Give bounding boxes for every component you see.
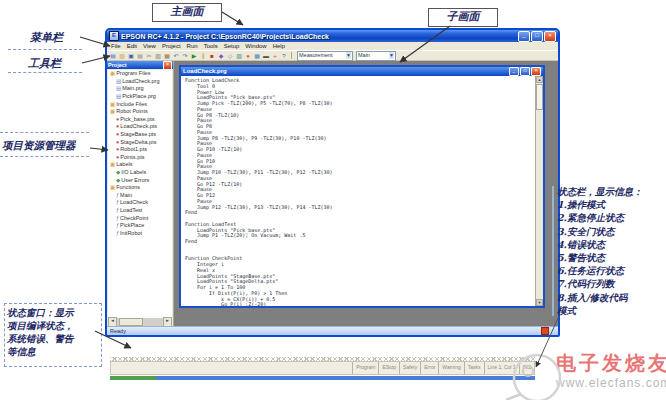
status-strip-cell: Tasks xyxy=(464,362,484,374)
callout-toolbar: 工具栏 xyxy=(28,56,61,71)
scroll-down-icon[interactable]: ▼ xyxy=(536,299,543,306)
paste-icon[interactable]: ▦ xyxy=(163,52,171,60)
scrollbar-thumb[interactable] xyxy=(536,84,543,110)
help-icon[interactable]: ? xyxy=(280,52,288,60)
tree-item[interactable]: ▣Robot Points xyxy=(108,108,172,116)
open-icon[interactable]: ▧ xyxy=(118,52,126,60)
scrollbar-thumb[interactable] xyxy=(119,318,143,326)
command-window-icon[interactable]: ▬ xyxy=(262,52,270,60)
close-button[interactable]: × xyxy=(544,31,556,42)
menu-run[interactable]: Run xyxy=(187,42,198,50)
measurement-combo[interactable]: Measurement ▼ xyxy=(297,51,353,61)
main-window: E EPSON RC+ 4.1.2 - Project C:\EpsonRC40… xyxy=(105,28,560,337)
close-icon[interactable]: × xyxy=(163,61,172,70)
tree-item[interactable]: ●Points.pts xyxy=(108,154,172,162)
tree-item[interactable]: ▣Include Files xyxy=(108,100,172,108)
maximize-button[interactable]: □ xyxy=(531,31,543,42)
editor-window-controls: _□× xyxy=(508,67,541,76)
code-area[interactable]: Function LoadCheck Tool 0 Power Low Load… xyxy=(181,76,536,306)
tree-item[interactable]: ▣Labels xyxy=(108,161,172,169)
undo-icon[interactable]: ↶ xyxy=(172,52,180,60)
menu-view[interactable]: View xyxy=(143,42,156,50)
menu-edit[interactable]: Edit xyxy=(127,42,137,50)
pause-icon[interactable]: ∥ xyxy=(199,52,207,60)
divider xyxy=(552,186,554,316)
tree-item[interactable]: ●LoadCheck.pts xyxy=(108,123,172,131)
estop-indicator-icon xyxy=(541,327,549,335)
menu-window[interactable]: Window xyxy=(245,42,266,50)
tree-item-label: StageDelta.pts xyxy=(120,139,156,146)
tree-item[interactable]: ▤LoadCheck.prg xyxy=(108,78,172,86)
tree-item[interactable]: ●Pick_base.pts xyxy=(108,116,172,124)
tree-item-label: Robot Points xyxy=(116,108,148,115)
watermark-brand: 电子发烧友 xyxy=(556,350,666,377)
explorer-title: Project xyxy=(108,61,163,69)
horizontal-scrollbar[interactable]: ◄ ► xyxy=(108,318,172,326)
window-title: EPSON RC+ 4.1.2 - Project C:\EpsonRC40\P… xyxy=(121,33,517,40)
redo-icon[interactable]: ↷ xyxy=(181,52,189,60)
new-icon[interactable]: ▤ xyxy=(109,52,117,60)
status-strip-bar: ProgramEStopSafetyErrorWarningTasksLine … xyxy=(110,361,535,375)
tree-item[interactable]: ƒLoadCheck xyxy=(108,199,172,207)
title-bar[interactable]: E EPSON RC+ 4.1.2 - Project C:\EpsonRC40… xyxy=(107,30,558,42)
tree-item[interactable]: ◆User Errors xyxy=(108,176,172,184)
stop-icon[interactable]: ■ xyxy=(208,52,216,60)
tree-item-label: I/O Labels xyxy=(121,169,146,176)
callout-status-bar-line: 2.紧急停止状态 xyxy=(557,211,665,224)
function-combo[interactable]: Main ▼ xyxy=(356,51,396,61)
status-bar-text: Ready xyxy=(107,327,541,335)
menu-file[interactable]: File xyxy=(111,42,121,50)
func-icon: ƒ xyxy=(116,199,119,206)
tree-item[interactable]: ▤PickPlace.prg xyxy=(108,93,172,101)
callout-status-window-line: 状态窗口：显示 xyxy=(7,306,99,319)
save-icon[interactable]: ▣ xyxy=(127,52,135,60)
rebuild-icon[interactable]: ◇ xyxy=(226,52,234,60)
robot-manager-icon[interactable]: ● xyxy=(244,52,252,60)
copy-icon[interactable]: ▥ xyxy=(154,52,162,60)
tree-item[interactable]: ƒMain xyxy=(108,192,172,200)
print-icon[interactable]: ▤ xyxy=(136,52,144,60)
minimize-button[interactable]: _ xyxy=(518,31,530,42)
menu-setup[interactable]: Setup xyxy=(224,42,240,50)
tree-item[interactable]: ƒLoadTest xyxy=(108,207,172,215)
chevron-down-icon: ▼ xyxy=(389,52,394,59)
scroll-up-icon[interactable]: ▲ xyxy=(536,76,543,83)
tree-item[interactable]: ƒInitRobot xyxy=(108,229,172,237)
point-editor-icon[interactable]: + xyxy=(271,52,279,60)
func-icon: ƒ xyxy=(116,222,119,229)
minimize-button[interactable]: _ xyxy=(509,67,519,76)
tree-item-label: StageBase.pts xyxy=(120,131,156,138)
tree-item[interactable]: ●StageDelta.pts xyxy=(108,138,172,146)
task-manager-icon[interactable]: ▦ xyxy=(253,52,261,60)
folder-icon: ▣ xyxy=(110,108,115,115)
maximize-button[interactable]: □ xyxy=(520,67,530,76)
prg-icon: ▤ xyxy=(116,78,121,85)
tree-item[interactable]: ◆I/O Labels xyxy=(108,169,172,177)
menu-project[interactable]: Project xyxy=(162,42,181,50)
menu-help[interactable]: Help xyxy=(273,42,285,50)
build-icon[interactable]: ◆ xyxy=(217,52,225,60)
io-monitor-icon[interactable]: ▥ xyxy=(235,52,243,60)
tree-item[interactable]: ƒCheckPoint xyxy=(108,214,172,222)
close-button[interactable]: × xyxy=(531,67,541,76)
explorer-header[interactable]: Project × xyxy=(107,61,173,69)
status-strip-cell: Error xyxy=(420,362,438,374)
menu-tools[interactable]: Tools xyxy=(204,42,218,50)
tree-item[interactable]: ●StageBase.pts xyxy=(108,131,172,139)
func-icon: ƒ xyxy=(116,207,119,214)
cut-icon[interactable]: ✂ xyxy=(145,52,153,60)
status-strip: ProgramEStopSafetyErrorWarningTasksLine … xyxy=(110,357,535,380)
tree-item[interactable]: ƒPickPlace xyxy=(108,222,172,230)
tree-item[interactable]: ▣Program Files xyxy=(108,70,172,78)
tree-item[interactable]: ▤Main.prg xyxy=(108,85,172,93)
screenshot-stage: 主画面 子画面 菜单栏 工具栏 项目资源管理器 状态窗口：显示项目编译状态，系统… xyxy=(0,0,666,400)
tree-item-label: LoadCheck.pts xyxy=(120,123,157,130)
run-icon[interactable]: ▶ xyxy=(190,52,198,60)
tree-item[interactable]: ▣Functions xyxy=(108,184,172,192)
vertical-scrollbar[interactable]: ▲ ▼ xyxy=(535,76,543,306)
func-icon: ƒ xyxy=(116,215,119,222)
tree-item[interactable]: ●Robot1.pts xyxy=(108,146,172,154)
editor-title-bar[interactable]: LoadCheck.prg _□× xyxy=(181,67,543,76)
tree-item-label: InitRobot xyxy=(120,230,142,237)
callout-status-bar: 状态栏，显示信息： 1.操作模式2.紧急停止状态3.安全门状态4.错误状态5.警… xyxy=(557,185,665,317)
